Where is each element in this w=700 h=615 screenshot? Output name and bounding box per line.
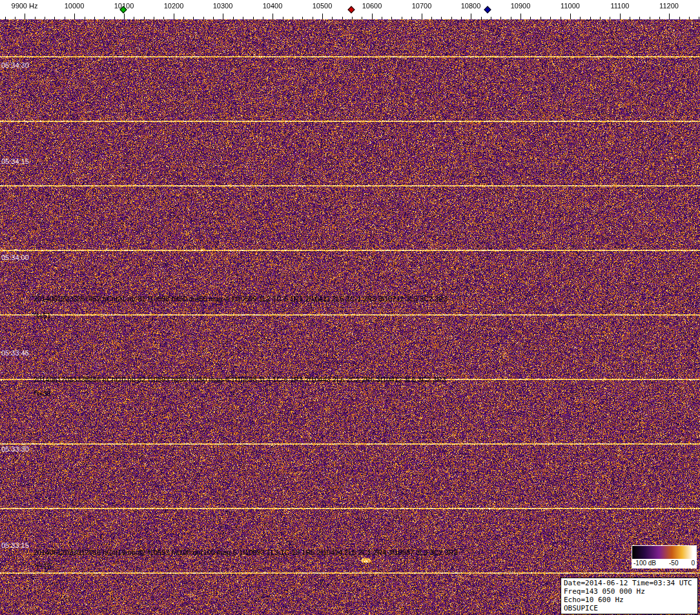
freq-minor-tick bbox=[382, 17, 382, 19]
freq-major-tick bbox=[124, 14, 125, 19]
freq-minor-tick bbox=[402, 17, 402, 19]
freq-minor-tick bbox=[511, 17, 511, 19]
color-gradient-bar bbox=[632, 546, 696, 559]
info-line-station: OBSUPICE bbox=[564, 604, 695, 612]
freq-minor-tick bbox=[441, 17, 442, 19]
freq-minor-tick bbox=[650, 17, 650, 19]
freq-minor-tick bbox=[461, 17, 462, 19]
freq-tick-label: 10300 bbox=[213, 2, 233, 10]
info-line-date: Date=2014-06-12 Time=03:34 UTC bbox=[564, 579, 695, 587]
freq-minor-tick bbox=[540, 17, 541, 19]
freq-minor-tick bbox=[639, 17, 640, 19]
freq-minor-tick bbox=[5, 17, 6, 19]
freq-minor-tick bbox=[561, 17, 561, 19]
frequency-ruler: 9900 Hz100001010010200103001040010500106… bbox=[0, 0, 700, 19]
freq-minor-tick bbox=[293, 17, 293, 19]
freq-minor-tick bbox=[15, 17, 15, 19]
freq-minor-tick bbox=[283, 17, 283, 19]
freq-major-tick bbox=[471, 14, 471, 19]
freq-minor-tick bbox=[163, 17, 164, 19]
freq-tick-label: 11000 bbox=[561, 2, 580, 10]
freq-minor-tick bbox=[144, 17, 145, 19]
freq-minor-tick bbox=[530, 17, 531, 19]
freq-major-tick bbox=[223, 14, 223, 19]
red-frequency-marker-icon[interactable] bbox=[347, 6, 355, 13]
freq-minor-tick bbox=[332, 17, 333, 19]
freq-minor-tick bbox=[134, 17, 134, 19]
freq-minor-tick bbox=[94, 17, 95, 19]
freq-minor-tick bbox=[610, 17, 610, 19]
waterfall-spectrogram-canvas bbox=[0, 19, 700, 615]
freq-minor-tick bbox=[659, 17, 660, 19]
freq-minor-tick bbox=[45, 17, 45, 19]
freq-major-tick bbox=[322, 14, 323, 19]
freq-minor-tick bbox=[65, 17, 65, 19]
freq-tick-label: 10200 bbox=[164, 2, 184, 10]
freq-minor-tick bbox=[253, 17, 254, 19]
freq-minor-tick bbox=[391, 17, 392, 19]
freq-tick-label: 10800 bbox=[461, 2, 481, 10]
freq-tick-label: 10500 bbox=[313, 2, 333, 10]
freq-minor-tick bbox=[411, 17, 412, 19]
freq-major-tick bbox=[273, 14, 273, 19]
freq-tick-label: 10600 bbox=[362, 2, 382, 10]
freq-major-tick bbox=[174, 14, 174, 19]
freq-tick-label: 9900 Hz bbox=[12, 2, 38, 10]
freq-minor-tick bbox=[500, 17, 501, 19]
freq-minor-tick bbox=[243, 17, 243, 19]
freq-minor-tick bbox=[154, 17, 154, 19]
freq-minor-tick bbox=[213, 17, 214, 19]
db-scale-labels: -100 dB -50 0 bbox=[632, 559, 696, 568]
freq-minor-tick bbox=[580, 17, 581, 19]
blue-frequency-marker-icon[interactable] bbox=[484, 6, 491, 13]
freq-minor-tick bbox=[302, 17, 303, 19]
freq-minor-tick bbox=[203, 17, 204, 19]
info-line-echo: Echo=10 600 Hz bbox=[564, 596, 695, 604]
freq-minor-tick bbox=[263, 17, 263, 19]
freq-minor-tick bbox=[689, 17, 690, 19]
freq-major-tick bbox=[25, 14, 25, 19]
freq-minor-tick bbox=[35, 17, 36, 19]
freq-minor-tick bbox=[550, 17, 551, 19]
freq-minor-tick bbox=[183, 17, 184, 19]
db-color-scale: -100 dB -50 0 bbox=[632, 545, 697, 569]
freq-minor-tick bbox=[679, 17, 680, 19]
freq-minor-tick bbox=[342, 17, 343, 19]
freq-minor-tick bbox=[193, 17, 194, 19]
freq-minor-tick bbox=[362, 17, 362, 19]
freq-minor-tick bbox=[590, 17, 591, 19]
info-line-freq: Freq=143 050 000 Hz bbox=[564, 587, 695, 596]
freq-major-tick bbox=[74, 14, 75, 19]
freq-minor-tick bbox=[104, 17, 105, 19]
freq-minor-tick bbox=[352, 17, 353, 19]
freq-minor-tick bbox=[699, 17, 699, 19]
freq-minor-tick bbox=[630, 17, 630, 19]
freq-tick-label: 10400 bbox=[263, 2, 283, 10]
meteor-spectrogram-screen: 9900 Hz100001010010200103001040010500106… bbox=[0, 0, 700, 615]
freq-tick-label: 10000 bbox=[65, 2, 85, 10]
freq-minor-tick bbox=[85, 17, 85, 19]
freq-tick-label: 11200 bbox=[659, 2, 679, 10]
freq-minor-tick bbox=[114, 17, 115, 19]
status-info-box: Date=2014-06-12 Time=03:34 UTC Freq=143 … bbox=[561, 578, 698, 614]
freq-minor-tick bbox=[431, 17, 432, 19]
db-min-label: -100 dB bbox=[633, 559, 656, 568]
freq-minor-tick bbox=[491, 17, 491, 19]
freq-minor-tick bbox=[313, 17, 313, 19]
freq-major-tick bbox=[620, 14, 621, 19]
freq-tick-label: 11100 bbox=[611, 2, 630, 10]
freq-minor-tick bbox=[54, 17, 55, 19]
freq-minor-tick bbox=[451, 17, 452, 19]
freq-tick-label: 10900 bbox=[511, 2, 531, 10]
freq-major-tick bbox=[422, 14, 422, 19]
freq-tick-label: 10700 bbox=[412, 2, 432, 10]
freq-major-tick bbox=[669, 14, 670, 19]
db-mid-label: -50 bbox=[669, 559, 678, 568]
freq-minor-tick bbox=[600, 17, 601, 19]
freq-major-tick bbox=[520, 14, 521, 19]
freq-major-tick bbox=[372, 14, 373, 19]
db-max-label: 0 bbox=[691, 559, 695, 568]
freq-major-tick bbox=[570, 14, 571, 19]
freq-minor-tick bbox=[233, 17, 234, 19]
freq-minor-tick bbox=[481, 17, 482, 19]
